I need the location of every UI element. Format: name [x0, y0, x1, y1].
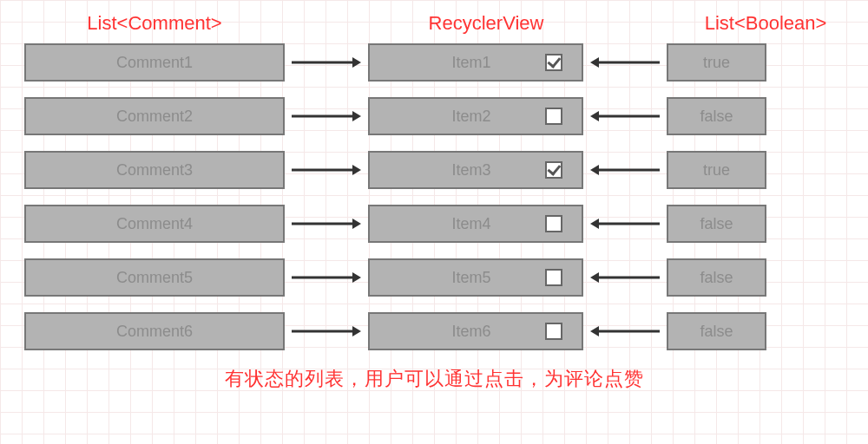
- checkbox-unchecked-icon[interactable]: [545, 269, 562, 286]
- item-box[interactable]: Item4: [368, 205, 583, 243]
- svg-marker-23: [590, 326, 599, 336]
- boolean-box: false: [667, 258, 766, 297]
- comment-box: Comment2: [24, 97, 285, 135]
- item-label: Item6: [451, 323, 490, 341]
- item-box[interactable]: Item6: [368, 312, 583, 350]
- svg-marker-3: [590, 57, 599, 68]
- svg-marker-19: [590, 272, 599, 283]
- svg-marker-11: [590, 165, 599, 175]
- arrow-left-icon: [583, 161, 667, 179]
- boolean-box: false: [667, 205, 766, 243]
- checkbox-unchecked-icon[interactable]: [545, 108, 562, 125]
- checkbox-unchecked-icon[interactable]: [545, 323, 562, 340]
- boolean-box: false: [667, 97, 766, 135]
- svg-marker-13: [352, 219, 361, 229]
- svg-marker-21: [352, 326, 361, 336]
- boolean-box: true: [667, 43, 766, 82]
- diagram-headers: List<Comment> RecyclerView List<Boolean>: [0, 0, 868, 43]
- boolean-box: false: [667, 312, 766, 350]
- item-label: Item1: [451, 54, 490, 72]
- header-list-comment: List<Comment>: [24, 12, 285, 35]
- item-label: Item3: [451, 161, 490, 180]
- svg-marker-7: [590, 111, 599, 121]
- item-label: Item4: [451, 215, 490, 233]
- diagram-caption: 有状态的列表，用户可以通过点击，为评论点赞: [0, 366, 868, 392]
- comment-box: Comment6: [24, 312, 285, 350]
- arrow-left-icon: [583, 269, 667, 286]
- diagram-row: Comment3Item3true: [24, 151, 844, 189]
- comment-box: Comment1: [24, 43, 285, 82]
- arrow-left-icon: [583, 54, 667, 71]
- svg-marker-15: [590, 219, 599, 229]
- diagram-rows: Comment1Item1trueComment2Item2falseComme…: [0, 43, 868, 350]
- item-label: Item2: [451, 108, 490, 126]
- comment-box: Comment5: [24, 258, 285, 297]
- item-box[interactable]: Item1: [368, 43, 583, 82]
- svg-marker-5: [352, 111, 361, 121]
- arrow-right-icon: [285, 161, 368, 179]
- arrow-right-icon: [285, 323, 368, 340]
- diagram-row: Comment1Item1true: [24, 43, 844, 82]
- arrow-left-icon: [583, 323, 667, 340]
- item-box[interactable]: Item3: [368, 151, 583, 189]
- comment-box: Comment3: [24, 151, 285, 189]
- diagram-row: Comment4Item4false: [24, 205, 844, 243]
- arrow-right-icon: [285, 215, 368, 232]
- arrow-left-icon: [583, 215, 667, 232]
- comment-box: Comment4: [24, 205, 285, 243]
- svg-marker-1: [352, 57, 361, 68]
- arrow-right-icon: [285, 108, 368, 125]
- arrow-left-icon: [583, 108, 667, 125]
- header-recyclerview: RecyclerView: [354, 12, 618, 35]
- checkbox-checked-icon[interactable]: [545, 161, 562, 179]
- diagram-row: Comment6Item6false: [24, 312, 844, 350]
- item-label: Item5: [451, 269, 490, 287]
- arrow-right-icon: [285, 269, 368, 286]
- item-box[interactable]: Item5: [368, 258, 583, 297]
- item-box[interactable]: Item2: [368, 97, 583, 135]
- svg-marker-9: [352, 165, 361, 175]
- arrow-right-icon: [285, 54, 368, 71]
- header-list-boolean: List<Boolean>: [687, 12, 844, 35]
- checkbox-unchecked-icon[interactable]: [545, 215, 562, 232]
- diagram-row: Comment2Item2false: [24, 97, 844, 135]
- diagram-row: Comment5Item5false: [24, 258, 844, 297]
- boolean-box: true: [667, 151, 766, 189]
- svg-marker-17: [352, 272, 361, 283]
- checkbox-checked-icon[interactable]: [545, 54, 562, 71]
